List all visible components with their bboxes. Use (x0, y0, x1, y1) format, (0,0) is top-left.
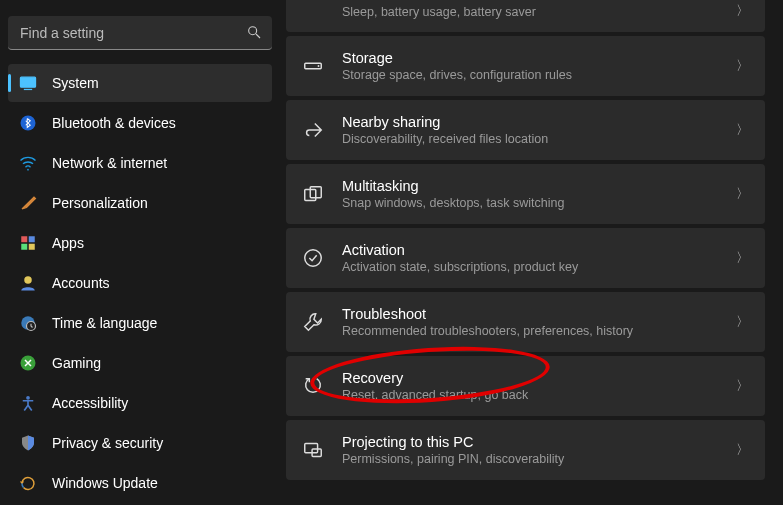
shield-icon (18, 433, 38, 453)
update-icon (18, 473, 38, 493)
power-icon (302, 0, 324, 22)
chevron-right-icon: 〉 (736, 441, 749, 459)
check-circle-icon (302, 247, 324, 269)
card-projecting[interactable]: Projecting to this PC Permissions, pairi… (286, 420, 765, 480)
sidebar-item-label: Personalization (52, 195, 148, 211)
sidebar-item-label: Accounts (52, 275, 110, 291)
sidebar-item-accounts[interactable]: Accounts (8, 264, 272, 302)
card-multitasking[interactable]: Multitasking Snap windows, desktops, tas… (286, 164, 765, 224)
chevron-right-icon: 〉 (736, 185, 749, 203)
sidebar-item-update[interactable]: Windows Update (8, 464, 272, 502)
svg-point-5 (27, 169, 29, 171)
svg-rect-6 (21, 236, 27, 242)
svg-point-16 (318, 65, 320, 67)
system-icon (18, 73, 38, 93)
sidebar-item-personalization[interactable]: Personalization (8, 184, 272, 222)
card-title: Projecting to this PC (342, 434, 736, 450)
svg-point-0 (249, 27, 257, 35)
card-title: Troubleshoot (342, 306, 736, 322)
card-text: Projecting to this PC Permissions, pairi… (342, 434, 736, 466)
storage-icon (302, 55, 324, 77)
brush-icon (18, 193, 38, 213)
card-activation[interactable]: Activation Activation state, subscriptio… (286, 228, 765, 288)
multitask-icon (302, 183, 324, 205)
gaming-icon (18, 353, 38, 373)
share-icon (302, 119, 324, 141)
svg-rect-9 (29, 244, 35, 250)
globe-clock-icon (18, 313, 38, 333)
accounts-icon (18, 273, 38, 293)
wifi-icon (18, 153, 38, 173)
card-text: Storage Storage space, drives, configura… (342, 50, 736, 82)
sidebar-item-system[interactable]: System (8, 64, 272, 102)
sidebar-item-label: Bluetooth & devices (52, 115, 176, 131)
sidebar-item-accessibility[interactable]: Accessibility (8, 384, 272, 422)
card-sub: Activation state, subscriptions, product… (342, 260, 736, 274)
sidebar-item-privacy[interactable]: Privacy & security (8, 424, 272, 462)
svg-rect-3 (24, 89, 32, 90)
sidebar-item-time[interactable]: Time & language (8, 304, 272, 342)
card-text: Multitasking Snap windows, desktops, tas… (342, 178, 736, 210)
card-title: Multitasking (342, 178, 736, 194)
search-wrap (8, 16, 272, 50)
card-nearby-sharing[interactable]: Nearby sharing Discoverability, received… (286, 100, 765, 160)
svg-rect-20 (305, 444, 318, 453)
svg-rect-2 (21, 77, 36, 87)
card-power[interactable]: Sleep, battery usage, battery saver 〉 (286, 0, 765, 32)
card-sub: Recommended troubleshooters, preferences… (342, 324, 736, 338)
sidebar-item-label: Time & language (52, 315, 157, 331)
apps-icon (18, 233, 38, 253)
search-input[interactable] (8, 16, 272, 50)
card-text: Activation Activation state, subscriptio… (342, 242, 736, 274)
card-text: Nearby sharing Discoverability, received… (342, 114, 736, 146)
sidebar-item-label: Network & internet (52, 155, 167, 171)
svg-line-1 (256, 34, 260, 38)
sidebar-item-bluetooth[interactable]: Bluetooth & devices (8, 104, 272, 142)
chevron-right-icon: 〉 (736, 249, 749, 267)
card-recovery[interactable]: Recovery Reset, advanced startup, go bac… (286, 356, 765, 416)
sidebar: System Bluetooth & devices Network & int… (0, 0, 280, 505)
card-sub: Storage space, drives, configuration rul… (342, 68, 736, 82)
svg-rect-7 (29, 236, 35, 242)
sidebar-item-gaming[interactable]: Gaming (8, 344, 272, 382)
recovery-icon (302, 375, 324, 397)
sidebar-item-label: Apps (52, 235, 84, 251)
project-icon (302, 439, 324, 461)
card-troubleshoot[interactable]: Troubleshoot Recommended troubleshooters… (286, 292, 765, 352)
card-sub: Permissions, pairing PIN, discoverabilit… (342, 452, 736, 466)
card-sub: Sleep, battery usage, battery saver (342, 5, 736, 19)
wrench-icon (302, 311, 324, 333)
bluetooth-icon (18, 113, 38, 133)
card-title: Activation (342, 242, 736, 258)
sidebar-item-label: Accessibility (52, 395, 128, 411)
chevron-right-icon: 〉 (736, 57, 749, 75)
card-text: Troubleshoot Recommended troubleshooters… (342, 306, 736, 338)
svg-rect-8 (21, 244, 27, 250)
card-text: Sleep, battery usage, battery saver (342, 3, 736, 19)
card-storage[interactable]: Storage Storage space, drives, configura… (286, 36, 765, 96)
card-sub: Discoverability, received files location (342, 132, 736, 146)
card-sub: Reset, advanced startup, go back (342, 388, 736, 402)
accessibility-icon (18, 393, 38, 413)
sidebar-item-label: System (52, 75, 99, 91)
svg-point-10 (24, 276, 32, 284)
nav-list: System Bluetooth & devices Network & int… (8, 64, 272, 504)
sidebar-item-label: Privacy & security (52, 435, 163, 451)
card-title: Recovery (342, 370, 736, 386)
search-icon (246, 24, 262, 43)
chevron-right-icon: 〉 (736, 121, 749, 139)
chevron-right-icon: 〉 (736, 313, 749, 331)
sidebar-item-network[interactable]: Network & internet (8, 144, 272, 182)
sidebar-item-label: Gaming (52, 355, 101, 371)
chevron-right-icon: 〉 (736, 377, 749, 395)
card-text: Recovery Reset, advanced startup, go bac… (342, 370, 736, 402)
sidebar-item-apps[interactable]: Apps (8, 224, 272, 262)
card-title: Storage (342, 50, 736, 66)
svg-point-19 (305, 250, 322, 267)
chevron-right-icon: 〉 (736, 2, 749, 20)
card-sub: Snap windows, desktops, task switching (342, 196, 736, 210)
card-title: Nearby sharing (342, 114, 736, 130)
svg-point-14 (26, 396, 30, 400)
sidebar-item-label: Windows Update (52, 475, 158, 491)
main-panel: Sleep, battery usage, battery saver 〉 St… (280, 0, 783, 505)
